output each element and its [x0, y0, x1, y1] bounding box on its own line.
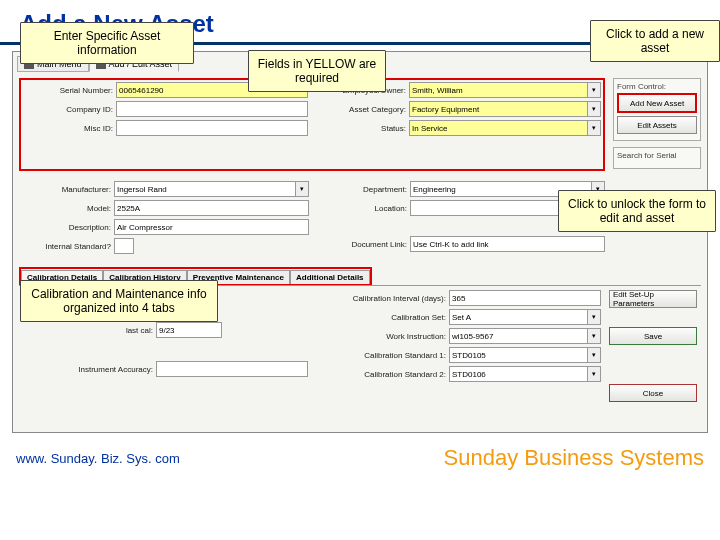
label-interval: Calibration Interval (days):: [316, 294, 449, 303]
label-cat: Asset Category:: [316, 105, 409, 114]
description-input[interactable]: Air Compressor: [114, 219, 309, 235]
label-std2: Calibration Standard 2:: [316, 370, 449, 379]
cal-std1-select[interactable]: STD0105: [449, 347, 588, 363]
manufacturer-select[interactable]: Ingersol Rand: [114, 181, 296, 197]
app-window: Main Menu Add / Edit Asset Serial Number…: [12, 51, 708, 433]
callout-tabs: Calibration and Maintenance info organiz…: [20, 280, 218, 322]
callout-add-asset: Click to add a new asset: [590, 20, 720, 62]
label-serial: Serial Number:: [23, 86, 116, 95]
footer-brand: Sunday Business Systems: [444, 445, 704, 471]
chevron-down-icon[interactable]: ▾: [588, 120, 601, 136]
tab-additional-details[interactable]: Additional Details: [290, 270, 370, 284]
footer-url: www. Sunday. Biz. Sys. com: [16, 451, 180, 466]
chevron-down-icon[interactable]: ▾: [588, 366, 601, 382]
label-status: Status:: [316, 124, 409, 133]
misc-id-input[interactable]: [116, 120, 308, 136]
callout-enter-info: Enter Specific Asset information: [20, 22, 194, 64]
chevron-down-icon[interactable]: ▾: [296, 181, 309, 197]
accuracy-input[interactable]: [156, 361, 308, 377]
model-input[interactable]: 2525A: [114, 200, 309, 216]
document-link-input[interactable]: Use Ctrl-K to add link: [410, 236, 605, 252]
label-manuf: Manufacturer:: [21, 185, 114, 194]
asset-category-select[interactable]: Factory Equipment: [409, 101, 588, 117]
save-button[interactable]: Save: [609, 327, 697, 345]
chevron-down-icon[interactable]: ▾: [588, 82, 601, 98]
footer-band: [0, 470, 720, 540]
add-new-asset-button[interactable]: Add New Asset: [617, 93, 697, 113]
internal-standard-checkbox[interactable]: [114, 238, 134, 254]
label-dept: Department:: [317, 185, 410, 194]
status-select[interactable]: In Service: [409, 120, 588, 136]
cal-set-select[interactable]: Set A: [449, 309, 588, 325]
chevron-down-icon[interactable]: ▾: [588, 101, 601, 117]
chevron-down-icon[interactable]: ▾: [588, 309, 601, 325]
label-intstd: Internal Standard?: [21, 242, 114, 251]
edit-setup-button[interactable]: Edit Set-Up Parameters: [609, 290, 697, 308]
last-cal-input[interactable]: 9/23: [156, 322, 222, 338]
label-std1: Calibration Standard 1:: [316, 351, 449, 360]
callout-yellow-required: Fields in YELLOW are required: [248, 50, 386, 92]
label-model: Model:: [21, 204, 114, 213]
label-misc: Misc ID:: [23, 124, 116, 133]
callout-unlock: Click to unlock the form to edit and ass…: [558, 190, 716, 232]
label-company: Company ID:: [23, 105, 116, 114]
work-instruction-select[interactable]: wi105-9567: [449, 328, 588, 344]
company-id-input[interactable]: [116, 101, 308, 117]
footer: www. Sunday. Biz. Sys. com Sunday Busine…: [0, 433, 720, 471]
label-accuracy: Instrument Accuracy:: [23, 365, 156, 374]
close-button[interactable]: Close: [609, 384, 697, 402]
label-doclink: Document Link:: [317, 240, 410, 249]
label-form-control: Form Control:: [617, 82, 697, 91]
search-serial-panel: Search for Serial: [613, 147, 701, 169]
employee-owner-select[interactable]: Smith, William: [409, 82, 588, 98]
chevron-down-icon[interactable]: ▾: [588, 347, 601, 363]
edit-assets-button[interactable]: Edit Assets: [617, 116, 697, 134]
cal-std2-select[interactable]: STD0106: [449, 366, 588, 382]
label-cal-set: Calibration Set:: [316, 313, 449, 322]
label-wi: Work Instruction:: [316, 332, 449, 341]
label-loc: Location:: [317, 204, 410, 213]
label-desc: Description:: [21, 223, 114, 232]
interval-input[interactable]: 365: [449, 290, 601, 306]
chevron-down-icon[interactable]: ▾: [588, 328, 601, 344]
label-last-cal: last cal:: [23, 326, 156, 335]
label-search-serial: Search for Serial: [617, 151, 697, 160]
form-control-panel: Form Control: Add New Asset Edit Assets: [613, 78, 701, 141]
